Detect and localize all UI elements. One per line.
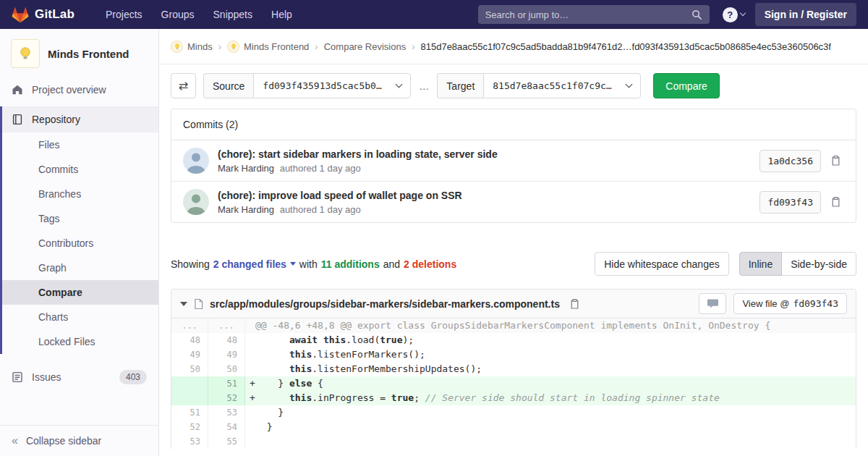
swap-icon: ⇄: [179, 79, 188, 93]
new-line-number[interactable]: 55: [208, 434, 245, 449]
search-input[interactable]: [485, 9, 686, 20]
nav-link-groups[interactable]: Groups: [152, 0, 204, 29]
sidebar-item-project-overview[interactable]: Project overview: [0, 77, 158, 103]
copy-file-path-button[interactable]: [566, 295, 583, 313]
line-change-marker: [245, 420, 255, 434]
commit-title[interactable]: (chore): improve load speed of wallet pa…: [218, 190, 760, 201]
sidebar-item-compare[interactable]: Compare: [2, 280, 158, 305]
repository-icon: [12, 114, 23, 125]
diff-file-actions: View file @ fd093f43: [699, 293, 847, 314]
collapse-file-caret-icon[interactable]: [180, 302, 187, 306]
old-line-number[interactable]: [171, 376, 208, 391]
commit-row: (chore): improve load speed of wallet pa…: [171, 181, 856, 222]
commit-author-avatar[interactable]: [183, 148, 209, 174]
diff-view-actions: Hide whitespace changes Inline Side-by-s…: [595, 252, 856, 276]
help-icon: ?: [723, 7, 738, 22]
old-line-number[interactable]: 48: [171, 333, 208, 347]
sidebar-item-charts[interactable]: Charts: [2, 305, 158, 329]
new-line-number[interactable]: 48: [208, 333, 245, 347]
commit-row: (chore): start sidebar markers in loadin…: [171, 140, 856, 181]
sidebar-item-issues[interactable]: Issues 403: [0, 363, 158, 392]
new-line-number[interactable]: 49: [208, 347, 245, 362]
home-icon: [12, 84, 23, 96]
nav-link-help[interactable]: Help: [262, 0, 302, 29]
old-line-number[interactable]: 49: [171, 347, 208, 362]
help-menu[interactable]: ?: [723, 7, 745, 22]
swap-revisions-button[interactable]: ⇄: [171, 73, 196, 98]
breadcrumb-project-link[interactable]: Minds Frontend: [244, 41, 309, 52]
source-revision-dropdown[interactable]: fd093f435913d5cac5b0…: [253, 73, 411, 98]
old-line-number[interactable]: 50: [171, 362, 208, 376]
breadcrumb-compare-link[interactable]: Compare Revisions: [324, 41, 406, 52]
breadcrumb-group-link[interactable]: Minds: [187, 41, 213, 52]
breadcrumb-separator: ›: [218, 41, 221, 52]
changed-files-dropdown[interactable]: 2 changed files: [213, 258, 296, 270]
new-line-number[interactable]: 51: [208, 376, 245, 391]
commits-panel-header: Commits (2): [171, 109, 856, 140]
old-line-number[interactable]: 51: [171, 405, 208, 420]
deletions-count: 2 deletions: [404, 258, 456, 270]
hide-whitespace-button[interactable]: Hide whitespace changes: [595, 252, 729, 276]
line-change-marker: [245, 347, 255, 362]
diff-code-row: 5153 }: [171, 405, 856, 420]
avatar-icon: [183, 148, 209, 174]
target-revision-dropdown[interactable]: 815d7e8aac55c1f07c9c…: [483, 73, 641, 98]
commit-author-link[interactable]: Mark Harding: [218, 204, 274, 215]
search-box[interactable]: [478, 5, 710, 24]
new-line-number[interactable]: 54: [208, 420, 245, 434]
commit-byline: Mark Harding authored 1 day ago: [218, 204, 760, 215]
sidebar-item-files[interactable]: Files: [2, 132, 158, 157]
gitlab-home-link[interactable]: GitLab: [12, 7, 75, 23]
target-input-group: Target 815d7e8aac55c1f07c9c…: [437, 73, 641, 98]
nav-link-snippets[interactable]: Snippets: [204, 0, 262, 29]
commit-author-avatar[interactable]: [183, 189, 209, 215]
sidebar-item-commits[interactable]: Commits: [2, 157, 158, 182]
gitlab-tanuki-icon: [12, 7, 29, 23]
new-line-number[interactable]: 50: [208, 362, 245, 376]
project-header[interactable]: Minds Frontend: [0, 29, 158, 77]
side-by-side-view-button[interactable]: Side-by-side: [781, 252, 856, 276]
project-name: Minds Frontend: [48, 48, 129, 60]
compare-button[interactable]: Compare: [653, 73, 720, 98]
nav-link-projects[interactable]: Projects: [96, 0, 152, 29]
old-line-number[interactable]: [171, 391, 208, 405]
view-file-button[interactable]: View file @ fd093f43: [733, 293, 847, 314]
view-file-label: View file @: [742, 298, 789, 309]
breadcrumb-separator: ›: [315, 41, 318, 52]
old-line-number[interactable]: 53: [171, 434, 208, 449]
commit-author-link[interactable]: Mark Harding: [218, 163, 274, 174]
commit-sha-badge[interactable]: fd093f43: [760, 191, 821, 214]
copy-sha-button[interactable]: [827, 193, 844, 211]
inline-view-button[interactable]: Inline: [739, 252, 782, 276]
group-avatar-icon: [174, 43, 181, 50]
toggle-comments-button[interactable]: [699, 293, 726, 314]
line-change-marker: [245, 362, 255, 376]
clipboard-icon: [830, 155, 841, 166]
sidebar-item-locked-files[interactable]: Locked Files: [2, 329, 158, 354]
sidebar-item-contributors[interactable]: Contributors: [2, 231, 158, 256]
code-line: }: [245, 405, 856, 420]
commit-sha-badge[interactable]: 1a0dc356: [760, 150, 821, 172]
brand-name: GitLab: [35, 7, 75, 22]
sidebar-item-branches[interactable]: Branches: [2, 182, 158, 206]
sidebar-item-repository[interactable]: Repository: [2, 106, 158, 132]
sidebar-item-graph[interactable]: Graph: [2, 256, 158, 280]
code-line: + this.inProgress = true; // Server side…: [245, 391, 856, 405]
commit-title[interactable]: (chore): start sidebar markers in loadin…: [218, 148, 760, 160]
sidebar-item-tags[interactable]: Tags: [2, 206, 158, 231]
project-avatar: [11, 39, 40, 68]
sidebar-section-repository: Repository FilesCommitsBranchesTagsContr…: [0, 106, 158, 354]
old-line-number[interactable]: 52: [171, 420, 208, 434]
sidebar-item-label: Project overview: [32, 84, 106, 96]
clipboard-icon: [569, 298, 580, 310]
with-label: with: [299, 258, 318, 270]
commit-meta: authored 1 day ago: [280, 163, 361, 174]
file-path[interactable]: src/app/modules/groups/sidebar-markers/s…: [210, 298, 560, 310]
old-line-number: ...: [171, 318, 208, 333]
breadcrumb: Minds › Minds Frontend › Compare Revisio…: [159, 29, 868, 64]
new-line-number[interactable]: 52: [208, 391, 245, 405]
signin-button[interactable]: Sign in / Register: [755, 3, 856, 26]
new-line-number[interactable]: 53: [208, 405, 245, 420]
copy-sha-button[interactable]: [827, 152, 844, 169]
collapse-sidebar-button[interactable]: « Collapse sidebar: [0, 425, 158, 456]
